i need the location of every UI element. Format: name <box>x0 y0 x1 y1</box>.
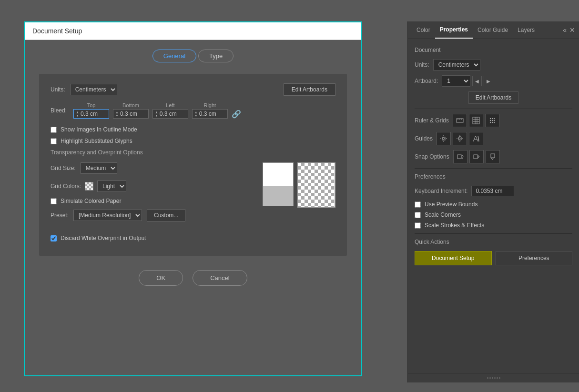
bleed-left-input[interactable] <box>160 111 186 117</box>
panel-content: Document Units: Centimeters Artboard: 1 … <box>408 39 579 373</box>
bleed-left-down[interactable]: ▼ <box>155 114 158 117</box>
collapse-icon[interactable]: « <box>563 26 567 34</box>
grid-colors-label: Grid Colors: <box>51 183 81 190</box>
panel-edit-artboards-button[interactable]: Edit Artboards <box>468 91 518 104</box>
panel-units-label: Units: <box>415 61 429 68</box>
grid-controls: Grid Size: Medium Grid Colors: Light <box>51 162 258 228</box>
panel-artboard-label: Artboard: <box>415 78 438 84</box>
custom-button[interactable]: Custom... <box>147 209 185 221</box>
svg-rect-26 <box>491 154 495 158</box>
tab-type[interactable]: Type <box>198 50 234 62</box>
preview-checker-box <box>297 162 335 208</box>
footer-dot-2 <box>489 377 491 379</box>
scale-strokes-row: Scale Strokes & Effects <box>415 222 572 229</box>
divider-2 <box>415 168 572 169</box>
cancel-button[interactable]: Cancel <box>193 270 247 286</box>
keyboard-increment-input[interactable] <box>471 186 514 196</box>
tab-properties[interactable]: Properties <box>435 21 473 39</box>
svg-rect-4 <box>473 117 479 124</box>
preset-row: Preset: [Medium Resolution] Custom... <box>51 209 258 221</box>
bleed-right-wrapper: Right ▲ ▼ <box>192 102 228 119</box>
general-panel: Units: Centimeters Edit Artboards Bleed:… <box>39 74 347 256</box>
divider-3 <box>415 233 572 234</box>
guide-icon-btn-3[interactable] <box>469 132 483 145</box>
bleed-top-down[interactable]: ▼ <box>76 114 79 117</box>
artboard-next-button[interactable]: ▶ <box>484 76 493 86</box>
snap-options-row: Snap Options <box>415 150 572 163</box>
snap-icon-btn-1[interactable] <box>453 150 467 163</box>
units-select[interactable]: Centimeters <box>70 84 117 95</box>
dialog-titlebar: Document Setup <box>25 22 361 40</box>
bleed-top-up[interactable]: ▲ <box>76 111 79 114</box>
quick-actions-title: Quick Actions <box>415 239 572 245</box>
use-preview-bounds-checkbox[interactable] <box>415 201 421 208</box>
bleed-right-up[interactable]: ▲ <box>194 111 198 114</box>
svg-point-12 <box>490 120 491 121</box>
units-label: Units: <box>51 86 65 93</box>
bleed-right-down[interactable]: ▼ <box>194 114 198 117</box>
bleed-left-up[interactable]: ▲ <box>155 111 158 114</box>
tab-general[interactable]: General <box>152 50 196 62</box>
dialog-title: Document Setup <box>32 27 82 35</box>
quick-actions-row: Document Setup Preferences <box>415 251 572 265</box>
tab-layers[interactable]: Layers <box>513 22 539 38</box>
panel-artboard-select[interactable]: 1 <box>442 75 470 87</box>
bleed-right-input[interactable] <box>199 111 225 117</box>
svg-point-10 <box>492 118 493 119</box>
discard-overprint-row: Discard White Overprint in Output <box>51 235 335 241</box>
dialog-footer: OK Cancel <box>39 270 347 286</box>
edit-artboards-button[interactable]: Edit Artboards <box>284 83 335 96</box>
guide-icon-btn-2[interactable] <box>453 132 467 145</box>
close-icon[interactable]: ✕ <box>569 26 575 34</box>
quick-preferences-button[interactable]: Preferences <box>496 251 573 265</box>
footer-dot-1 <box>487 377 488 379</box>
panel-units-select[interactable]: Centimeters <box>433 59 480 70</box>
dots-grid-icon-btn[interactable] <box>485 114 499 127</box>
svg-point-16 <box>492 122 493 123</box>
grid-icon-btn[interactable] <box>469 114 483 127</box>
ruler-grids-row: Ruler & Grids <box>415 114 572 127</box>
grid-colors-select[interactable]: Light <box>97 181 126 192</box>
preset-select[interactable]: [Medium Resolution] <box>73 210 142 221</box>
link-icon[interactable]: 🔗 <box>232 110 241 119</box>
simulate-paper-checkbox[interactable] <box>51 198 57 204</box>
bleed-top-input[interactable] <box>81 111 107 117</box>
scale-strokes-label: Scale Strokes & Effects <box>425 222 484 229</box>
footer-dot-5 <box>497 377 498 379</box>
highlight-glyphs-checkbox[interactable] <box>51 138 57 144</box>
bleed-top-spinners: ▲ ▼ <box>76 111 79 117</box>
bleed-row: Bleed: Top ▲ ▼ Bottom <box>51 102 335 119</box>
bleed-label: Bleed: <box>51 107 67 114</box>
guides-icons <box>437 132 483 145</box>
bleed-bottom-input[interactable] <box>120 111 146 117</box>
svg-point-17 <box>494 122 495 123</box>
discard-overprint-checkbox[interactable] <box>51 235 57 241</box>
bleed-bottom-down[interactable]: ▼ <box>115 114 119 117</box>
artboard-prev-button[interactable]: ◀ <box>472 76 482 86</box>
tab-color-guide[interactable]: Color Guide <box>473 22 513 38</box>
snap-icon-btn-2[interactable] <box>469 150 484 163</box>
bleed-bottom-up[interactable]: ▲ <box>115 111 119 114</box>
snap-options-icons <box>453 150 500 163</box>
scale-corners-checkbox[interactable] <box>415 212 421 218</box>
show-images-checkbox[interactable] <box>51 127 57 133</box>
guide-icon-btn-1[interactable] <box>437 132 451 145</box>
footer-dot-6 <box>499 377 500 379</box>
ruler-icon-btn[interactable] <box>453 114 467 127</box>
grid-color-swatch <box>85 182 93 191</box>
preferences-section-title: Preferences <box>415 173 572 180</box>
snap-icon-btn-3[interactable] <box>486 150 500 163</box>
scale-strokes-checkbox[interactable] <box>415 222 421 229</box>
ok-button[interactable]: OK <box>139 270 183 286</box>
grid-size-select[interactable]: Medium <box>81 162 117 174</box>
footer-dot-3 <box>492 377 493 379</box>
document-setup-dialog: Document Setup General Type Units: Centi… <box>24 21 362 376</box>
bleed-top-input-wrap: ▲ ▼ <box>73 109 109 119</box>
bleed-right-spinners: ▲ ▼ <box>194 111 198 117</box>
svg-point-14 <box>494 120 495 121</box>
bleed-bottom-input-wrap: ▲ ▼ <box>113 109 149 119</box>
quick-document-setup-button[interactable]: Document Setup <box>415 251 492 265</box>
units-row: Units: Centimeters Edit Artboards <box>51 83 335 96</box>
guides-row: Guides <box>415 132 572 145</box>
tab-color[interactable]: Color <box>412 22 435 38</box>
